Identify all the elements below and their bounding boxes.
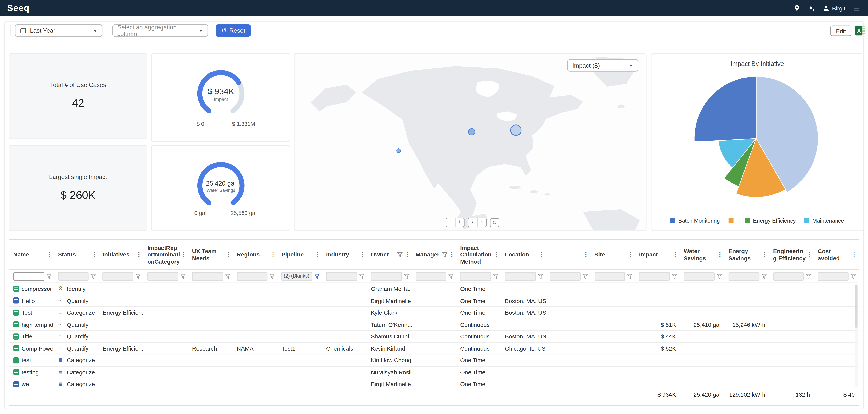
filter-cell-location[interactable] xyxy=(501,270,546,283)
cell-name[interactable]: Hello xyxy=(9,295,54,306)
time-range-select[interactable]: Last Year ▼ xyxy=(15,24,102,36)
cell-site[interactable] xyxy=(590,331,635,342)
table-row[interactable]: HelloQuantifyBirgit MartinelleOne TimeBo… xyxy=(9,295,859,307)
filter-funnel-icon[interactable] xyxy=(270,273,275,279)
cell-water[interactable] xyxy=(680,307,724,318)
cell-impact[interactable] xyxy=(635,307,680,318)
filter-input-site[interactable] xyxy=(594,272,625,280)
column-header-cost[interactable]: Cost avoided ⋮ xyxy=(814,240,859,269)
cell-industry[interactable] xyxy=(322,307,367,318)
column-menu-icon[interactable]: ⋮ xyxy=(314,251,321,258)
filter-cell-owner[interactable] xyxy=(367,270,412,283)
edit-button[interactable]: Edit xyxy=(830,26,851,36)
column-header-name[interactable]: Name ⋮ xyxy=(9,240,54,269)
cell-energy[interactable] xyxy=(724,331,769,342)
cell-pipeline[interactable] xyxy=(278,295,322,306)
filter-input-impact_calc[interactable] xyxy=(460,272,491,280)
cell-industry[interactable] xyxy=(322,283,367,295)
filter-cell-site[interactable] xyxy=(590,270,635,283)
cell-location[interactable] xyxy=(501,354,546,366)
cell-cost[interactable] xyxy=(814,331,859,342)
cell-impact_report[interactable] xyxy=(144,354,188,366)
column-menu-icon[interactable]: ⋮ xyxy=(135,251,142,258)
cell-impact_calc[interactable]: One Time xyxy=(456,354,501,366)
location-pin-icon[interactable] xyxy=(793,4,800,11)
cell-location[interactable] xyxy=(501,283,546,295)
cell-name[interactable]: Title xyxy=(9,331,54,342)
cell-impact[interactable] xyxy=(635,295,680,306)
cell-extra[interactable] xyxy=(546,331,590,342)
cell-owner[interactable]: Birgit Martinelle xyxy=(367,295,412,306)
cell-industry[interactable] xyxy=(322,331,367,342)
cell-impact[interactable]: $ 44K xyxy=(635,331,680,342)
cell-impact[interactable]: $ 51K xyxy=(635,319,680,330)
aggregation-select[interactable]: Select an aggregation column ▼ xyxy=(113,24,208,36)
cell-name[interactable]: high temp id xyxy=(9,319,54,330)
cell-regions[interactable] xyxy=(233,354,278,366)
column-header-pipeline[interactable]: Pipeline ⋮ xyxy=(278,240,322,269)
cell-cost[interactable] xyxy=(814,295,859,306)
table-row[interactable]: TestCategorizeEnergy Efficien...Kyle Cla… xyxy=(9,307,859,319)
cell-impact_calc[interactable]: One Time xyxy=(456,366,501,378)
filter-cell-impact[interactable] xyxy=(635,270,680,283)
ai-sparkle-icon[interactable] xyxy=(808,4,815,12)
filter-input-manager[interactable] xyxy=(415,272,446,280)
cell-initiatives[interactable] xyxy=(99,354,144,366)
cell-cost[interactable] xyxy=(814,366,859,378)
column-menu-icon[interactable]: ⋮ xyxy=(806,251,812,258)
cell-impact_report[interactable] xyxy=(144,343,188,354)
table-row[interactable]: Comp PowerQuantifyEnergy Efficien...Rese… xyxy=(9,343,859,355)
column-menu-icon[interactable]: ⋮ xyxy=(404,251,410,258)
filter-funnel-icon[interactable] xyxy=(627,273,632,279)
cell-impact_report[interactable] xyxy=(144,307,188,318)
cell-owner[interactable]: Kevin Kirland xyxy=(367,343,412,354)
table-row[interactable]: testingCategorizeNuraisyah RosliOne Time xyxy=(9,366,859,379)
column-menu-icon[interactable]: ⋮ xyxy=(850,251,857,258)
cell-status[interactable]: Quantify xyxy=(54,295,99,306)
cell-industry[interactable] xyxy=(322,295,367,306)
filter-cell-cost[interactable] xyxy=(814,270,859,283)
column-menu-icon[interactable]: ⋮ xyxy=(493,251,499,258)
cell-pipeline[interactable] xyxy=(278,366,322,378)
column-menu-icon[interactable]: ⋮ xyxy=(761,251,768,258)
cell-pipeline[interactable] xyxy=(278,283,322,295)
excel-export-icon[interactable]: X xyxy=(855,26,865,35)
cell-location[interactable]: Boston, MA, USA xyxy=(501,295,546,306)
cell-ux_team[interactable] xyxy=(188,331,233,342)
cell-ux_team[interactable] xyxy=(188,307,233,318)
filter-funnel-icon[interactable] xyxy=(672,273,677,279)
cell-impact_calc[interactable]: Continuous xyxy=(456,331,501,342)
cell-eng_eff[interactable] xyxy=(769,331,814,342)
column-header-site[interactable]: Site ⋮ xyxy=(590,240,635,269)
filter-funnel-icon[interactable] xyxy=(493,273,498,279)
column-header-location[interactable]: Location ⋮ xyxy=(501,240,546,269)
cell-manager[interactable] xyxy=(412,283,456,295)
filter-input-industry[interactable] xyxy=(326,272,357,280)
cell-extra[interactable] xyxy=(546,295,590,306)
pan-left-button[interactable]: ‹ xyxy=(468,218,477,227)
filter-funnel-icon[interactable] xyxy=(449,273,454,279)
map-reset-button[interactable]: ↻ xyxy=(490,218,499,227)
filter-cell-name[interactable] xyxy=(9,270,54,283)
cell-cost[interactable] xyxy=(814,343,859,354)
cell-impact[interactable]: $ 52K xyxy=(635,343,680,354)
cell-impact_calc[interactable]: Continuous xyxy=(456,319,501,330)
cell-site[interactable] xyxy=(590,343,635,354)
filter-funnel-icon[interactable] xyxy=(46,273,51,279)
cell-eng_eff[interactable] xyxy=(769,319,814,330)
column-menu-icon[interactable]: ⋮ xyxy=(717,251,723,258)
cell-energy[interactable] xyxy=(724,295,769,306)
filter-cell-industry[interactable] xyxy=(322,270,367,283)
column-header-energy[interactable]: Energy Savings ⋮ xyxy=(724,240,769,269)
filter-input-water[interactable] xyxy=(684,272,715,280)
column-menu-icon[interactable]: ⋮ xyxy=(270,251,276,258)
filter-input-status[interactable] xyxy=(58,272,89,280)
filter-input-ux_team[interactable] xyxy=(192,272,223,280)
cell-cost[interactable] xyxy=(814,319,859,330)
cell-ux_team[interactable] xyxy=(188,319,233,330)
filter-input-initiatives[interactable] xyxy=(103,272,134,280)
cell-cost[interactable] xyxy=(814,307,859,318)
impact-map[interactable]: Impact ($) ▼ − + ‹ › ↻ xyxy=(294,53,647,231)
cell-owner[interactable]: Tatum O'Kenn... xyxy=(367,319,412,330)
filter-cell-extra[interactable] xyxy=(546,270,590,283)
